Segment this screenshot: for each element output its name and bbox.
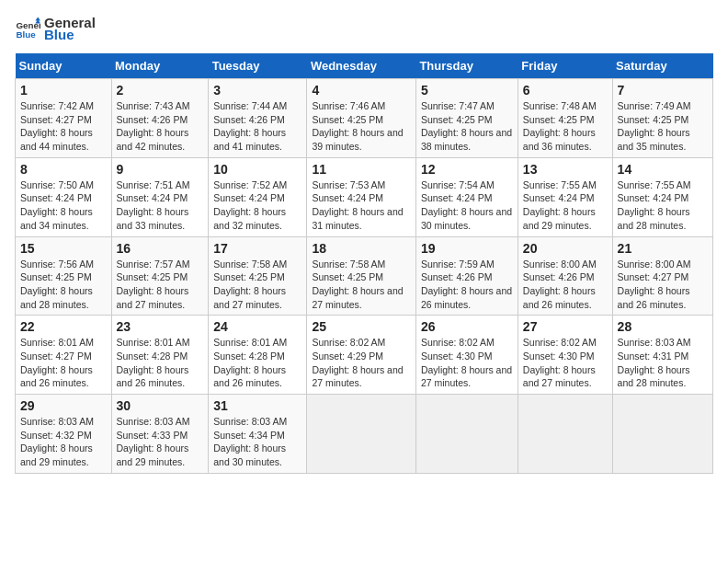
sunset-label: Sunset: 4:24 PM xyxy=(312,192,383,203)
sunset-label: Sunset: 4:33 PM xyxy=(117,430,188,441)
logo-icon: General Blue xyxy=(15,16,40,41)
daylight-label: Daylight: 8 hours and 26 minutes. xyxy=(20,364,93,389)
day-number: 2 xyxy=(117,83,204,98)
day-number: 30 xyxy=(117,398,204,413)
calendar-day-29: 29 Sunrise: 8:03 AM Sunset: 4:32 PM Dayl… xyxy=(16,395,112,474)
day-number: 14 xyxy=(618,162,708,177)
sunset-label: Sunset: 4:24 PM xyxy=(213,192,285,203)
calendar-day-28: 28 Sunrise: 8:03 AM Sunset: 4:31 PM Dayl… xyxy=(612,316,712,395)
day-info: Sunrise: 8:00 AM Sunset: 4:27 PM Dayligh… xyxy=(618,258,708,312)
sunset-label: Sunset: 4:29 PM xyxy=(312,350,383,362)
calendar-table: SundayMondayTuesdayWednesdayThursdayFrid… xyxy=(15,53,713,474)
calendar-header-monday: Monday xyxy=(111,53,209,79)
day-number: 1 xyxy=(20,83,107,98)
calendar-day-22: 22 Sunrise: 8:01 AM Sunset: 4:27 PM Dayl… xyxy=(16,316,112,395)
sunrise-label: Sunrise: 8:03 AM xyxy=(117,416,190,427)
daylight-label: Daylight: 8 hours and 27 minutes. xyxy=(421,364,512,389)
day-info: Sunrise: 7:44 AM Sunset: 4:26 PM Dayligh… xyxy=(213,99,301,154)
sunrise-label: Sunrise: 7:44 AM xyxy=(213,100,287,111)
calendar-day-5: 5 Sunrise: 7:47 AM Sunset: 4:25 PM Dayli… xyxy=(415,79,518,158)
calendar-day-20: 20 Sunrise: 8:00 AM Sunset: 4:26 PM Dayl… xyxy=(518,236,612,316)
sunset-label: Sunset: 4:25 PM xyxy=(117,271,188,282)
calendar-header-wednesday: Wednesday xyxy=(307,53,416,79)
day-number: 3 xyxy=(213,83,301,98)
sunrise-label: Sunrise: 8:01 AM xyxy=(213,337,287,348)
calendar-day-18: 18 Sunrise: 7:58 AM Sunset: 4:25 PM Dayl… xyxy=(307,236,416,316)
empty-cell xyxy=(612,395,712,474)
empty-cell xyxy=(307,395,416,474)
calendar-day-2: 2 Sunrise: 7:43 AM Sunset: 4:26 PM Dayli… xyxy=(111,79,209,158)
daylight-label: Daylight: 8 hours and 29 minutes. xyxy=(117,442,189,467)
calendar-header-row: SundayMondayTuesdayWednesdayThursdayFrid… xyxy=(16,53,713,79)
day-info: Sunrise: 7:49 AM Sunset: 4:25 PM Dayligh… xyxy=(618,99,708,154)
day-number: 24 xyxy=(213,319,301,334)
calendar-day-1: 1 Sunrise: 7:42 AM Sunset: 4:27 PM Dayli… xyxy=(16,79,112,158)
day-number: 21 xyxy=(618,241,708,256)
day-number: 28 xyxy=(618,319,708,334)
day-info: Sunrise: 7:42 AM Sunset: 4:27 PM Dayligh… xyxy=(20,99,107,154)
daylight-label: Daylight: 8 hours and 32 minutes. xyxy=(213,206,286,231)
sunrise-label: Sunrise: 7:55 AM xyxy=(523,179,597,190)
day-info: Sunrise: 8:01 AM Sunset: 4:27 PM Dayligh… xyxy=(20,336,107,390)
day-number: 5 xyxy=(421,83,513,98)
sunset-label: Sunset: 4:24 PM xyxy=(523,192,595,203)
daylight-label: Daylight: 8 hours and 39 minutes. xyxy=(312,127,403,152)
daylight-label: Daylight: 8 hours and 35 minutes. xyxy=(618,127,690,152)
sunset-label: Sunset: 4:28 PM xyxy=(117,350,188,362)
calendar-header-thursday: Thursday xyxy=(415,53,518,79)
day-info: Sunrise: 7:57 AM Sunset: 4:25 PM Dayligh… xyxy=(117,258,204,312)
day-number: 27 xyxy=(523,319,608,334)
calendar-day-14: 14 Sunrise: 7:55 AM Sunset: 4:24 PM Dayl… xyxy=(612,157,712,236)
day-info: Sunrise: 8:02 AM Sunset: 4:29 PM Dayligh… xyxy=(312,336,411,390)
day-number: 16 xyxy=(117,241,204,256)
sunrise-label: Sunrise: 8:00 AM xyxy=(618,259,691,270)
calendar-day-7: 7 Sunrise: 7:49 AM Sunset: 4:25 PM Dayli… xyxy=(612,79,712,158)
sunset-label: Sunset: 4:25 PM xyxy=(312,271,383,282)
sunset-label: Sunset: 4:26 PM xyxy=(421,271,493,282)
sunrise-label: Sunrise: 8:03 AM xyxy=(213,416,287,427)
daylight-label: Daylight: 8 hours and 31 minutes. xyxy=(312,206,403,231)
sunset-label: Sunset: 4:26 PM xyxy=(117,114,188,125)
sunrise-label: Sunrise: 7:58 AM xyxy=(213,259,287,270)
sunset-label: Sunset: 4:27 PM xyxy=(20,114,92,125)
sunset-label: Sunset: 4:24 PM xyxy=(20,192,92,203)
calendar-day-27: 27 Sunrise: 8:02 AM Sunset: 4:30 PM Dayl… xyxy=(518,316,612,395)
day-info: Sunrise: 7:54 AM Sunset: 4:24 PM Dayligh… xyxy=(421,178,513,233)
sunrise-label: Sunrise: 7:42 AM xyxy=(20,100,94,111)
sunset-label: Sunset: 4:34 PM xyxy=(213,430,285,441)
sunrise-label: Sunrise: 7:48 AM xyxy=(523,100,597,111)
calendar-day-31: 31 Sunrise: 8:03 AM Sunset: 4:34 PM Dayl… xyxy=(209,395,307,474)
calendar-day-8: 8 Sunrise: 7:50 AM Sunset: 4:24 PM Dayli… xyxy=(16,157,112,236)
sunrise-label: Sunrise: 7:46 AM xyxy=(312,100,385,111)
day-number: 31 xyxy=(213,398,301,413)
daylight-label: Daylight: 8 hours and 26 minutes. xyxy=(618,285,690,310)
sunset-label: Sunset: 4:32 PM xyxy=(20,430,92,441)
day-info: Sunrise: 7:56 AM Sunset: 4:25 PM Dayligh… xyxy=(20,258,107,312)
day-number: 25 xyxy=(312,319,411,334)
calendar-day-11: 11 Sunrise: 7:53 AM Sunset: 4:24 PM Dayl… xyxy=(307,157,416,236)
svg-text:Blue: Blue xyxy=(16,29,36,40)
daylight-label: Daylight: 8 hours and 29 minutes. xyxy=(20,442,93,467)
daylight-label: Daylight: 8 hours and 38 minutes. xyxy=(421,127,512,152)
day-info: Sunrise: 7:52 AM Sunset: 4:24 PM Dayligh… xyxy=(213,178,301,233)
logo: General Blue General Blue xyxy=(15,15,96,42)
sunset-label: Sunset: 4:31 PM xyxy=(618,350,689,362)
calendar-day-9: 9 Sunrise: 7:51 AM Sunset: 4:24 PM Dayli… xyxy=(111,157,209,236)
calendar-header-friday: Friday xyxy=(518,53,612,79)
sunrise-label: Sunrise: 7:49 AM xyxy=(618,100,691,111)
daylight-label: Daylight: 8 hours and 41 minutes. xyxy=(213,127,286,152)
sunset-label: Sunset: 4:25 PM xyxy=(312,114,383,125)
sunset-label: Sunset: 4:26 PM xyxy=(213,114,285,125)
sunset-label: Sunset: 4:28 PM xyxy=(213,350,285,362)
day-info: Sunrise: 8:03 AM Sunset: 4:31 PM Dayligh… xyxy=(618,336,708,390)
calendar-day-23: 23 Sunrise: 8:01 AM Sunset: 4:28 PM Dayl… xyxy=(111,316,209,395)
calendar-day-6: 6 Sunrise: 7:48 AM Sunset: 4:25 PM Dayli… xyxy=(518,79,612,158)
calendar-day-19: 19 Sunrise: 7:59 AM Sunset: 4:26 PM Dayl… xyxy=(415,236,518,316)
sunset-label: Sunset: 4:30 PM xyxy=(523,350,595,362)
empty-cell xyxy=(518,395,612,474)
day-number: 22 xyxy=(20,319,107,334)
daylight-label: Daylight: 8 hours and 36 minutes. xyxy=(523,127,596,152)
day-info: Sunrise: 7:53 AM Sunset: 4:24 PM Dayligh… xyxy=(312,178,411,233)
day-number: 20 xyxy=(523,241,608,256)
sunrise-label: Sunrise: 7:59 AM xyxy=(421,259,495,270)
